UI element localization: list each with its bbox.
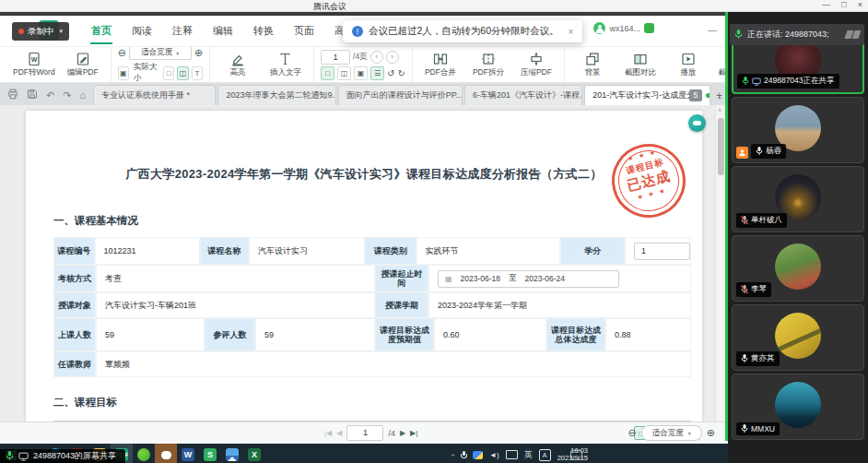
recording-indicator[interactable]: 录制中 ▾ (12, 22, 69, 41)
text-insert-icon (278, 51, 293, 66)
highlight-button[interactable]: 高亮 (214, 48, 262, 81)
close-button[interactable]: × (858, 0, 862, 9)
tray-speaker-icon[interactable]: ◄) (489, 451, 499, 459)
rotate-left-icon[interactable]: ↺ (387, 68, 394, 78)
text-mode-icon[interactable]: T (192, 66, 203, 80)
credits-input[interactable]: 1 (634, 243, 690, 260)
zoom-out-icon[interactable]: ⊖ (118, 47, 126, 59)
taskbar-wechat-button[interactable] (155, 444, 177, 463)
doc-tab-3[interactable]: 面向产出的课程设计与评价PP... (338, 85, 463, 105)
redo-icon[interactable]: ↷ (63, 90, 71, 101)
play-button[interactable]: 播放 (664, 48, 712, 81)
next-page-icon[interactable]: › (386, 51, 399, 64)
doc-tab-4[interactable]: 6-车辆201《汽车设计》-课程... (464, 85, 582, 105)
taskbar-excel-button[interactable]: X (243, 444, 265, 463)
taskbar-browser360-button[interactable] (133, 444, 155, 463)
meeting-titlebar: 腾讯会议 — □ × (0, 0, 868, 12)
double-page-view-icon[interactable]: ◫ (337, 66, 351, 80)
home-icon[interactable]: ⌂ (79, 90, 86, 101)
undo-icon[interactable]: ↶ (46, 90, 54, 101)
course-code-value: 1012231 (95, 237, 200, 265)
mic-icon (742, 77, 749, 86)
fit-width-icon[interactable]: ◫ (177, 66, 188, 80)
taskbar-word-button[interactable]: W (177, 444, 199, 463)
tray-cloud-icon[interactable] (473, 451, 483, 459)
doc-tab-2[interactable]: 2023年理事大会第二轮通知9... (217, 85, 335, 105)
zoom-mode-dropdown[interactable]: 适合宽度▾ (129, 45, 192, 60)
save-icon[interactable] (27, 89, 38, 101)
participant-tile[interactable]: 黄亦其 (732, 304, 864, 371)
quad-page-view-icon[interactable]: ▣ (354, 66, 368, 80)
zoom-out-icon[interactable]: ⊖ (628, 427, 637, 439)
course-code-label: 课程编号 (53, 237, 95, 265)
last-page-icon[interactable]: ▶| (410, 429, 417, 437)
background-button[interactable]: 背景 (569, 48, 616, 81)
statusbar-zoom-dropdown[interactable]: 适合宽度▾ (641, 425, 702, 441)
menu-tab-edit[interactable]: 编辑 (203, 16, 243, 46)
taskbar-gallery-button[interactable] (221, 444, 243, 463)
tray-expand-icon[interactable]: › (449, 454, 457, 457)
collapse-tabs-icon[interactable]: › (715, 97, 724, 100)
statusbar-page-input[interactable]: 1 (346, 425, 383, 441)
toast-close-icon[interactable]: × (569, 27, 574, 37)
tab-count-badge[interactable]: 5 (689, 89, 702, 101)
page-number-input[interactable]: 1 (321, 50, 350, 65)
prev-page-icon[interactable]: ◀ (336, 429, 342, 437)
tray-display-icon[interactable] (506, 450, 518, 459)
course-category-label: 课程类别 (365, 237, 416, 265)
participant-tile[interactable]: 杨蓉 (732, 97, 864, 163)
background-label: 背景 (584, 67, 600, 78)
vertical-scrollbar[interactable]: ˄ (715, 105, 725, 421)
tray-ime-icon[interactable]: A (539, 449, 551, 461)
print-icon[interactable] (7, 89, 18, 101)
pdf-to-word-button[interactable]: W PDF转Word (9, 48, 59, 81)
tray-mic-icon[interactable] (461, 451, 466, 459)
first-page-icon[interactable]: |◀ (324, 429, 332, 437)
maximize-button[interactable]: □ (841, 0, 846, 9)
course-category-value: 实践环节 (416, 237, 561, 265)
screenshot-compare-button[interactable]: 截图对比 (616, 48, 664, 81)
participant-tile[interactable]: 李琴 (732, 235, 864, 302)
zoom-in-icon[interactable]: ⊕ (194, 47, 203, 59)
action-center-icon[interactable] (570, 450, 582, 460)
participant-tile[interactable]: 单杆破八 (732, 166, 864, 232)
participant-name: MMXU (751, 424, 775, 433)
participant-tile[interactable]: MMXU (732, 374, 864, 440)
menu-tab-read[interactable]: 阅读 (122, 16, 162, 46)
tray-language-indicator[interactable]: 英 (524, 449, 533, 461)
menu-tab-page[interactable]: 页面 (284, 16, 324, 46)
actual-size-icon[interactable]: ▣ (118, 66, 129, 80)
period-start: 2023-06-18 (461, 274, 500, 283)
insert-text-button[interactable]: 插入文字 (262, 48, 310, 81)
scrollbar-thumb[interactable] (718, 118, 724, 175)
pdf-split-button[interactable]: PDF拆分 (464, 48, 512, 81)
doc-tab-1[interactable]: 专业认证系统使用手册 * (93, 85, 216, 105)
browser-360-icon (137, 448, 150, 461)
taskbar-s-app-button[interactable]: S (199, 444, 221, 463)
menu-tab-home[interactable]: 首页 (81, 16, 122, 46)
prev-page-icon[interactable]: ‹ (370, 51, 383, 64)
menu-tab-annotate[interactable]: 注释 (162, 16, 203, 46)
scroll-up-icon[interactable]: ˄ (718, 107, 721, 113)
assistant-floating-icon[interactable] (688, 114, 706, 132)
edit-pdf-button[interactable]: 编辑PDF (59, 48, 107, 81)
fit-page-icon[interactable]: □ (163, 66, 174, 80)
minimize-button[interactable]: — (822, 0, 830, 9)
app-minimize-icon[interactable]: — (708, 25, 717, 35)
class-size-value: 59 (96, 318, 205, 351)
zoom-in-icon[interactable]: ⊕ (707, 427, 715, 439)
meeting-logo-icon (846, 30, 860, 39)
table-row: 上课人数 59 参评人数 59 课程目标达成度预期值 0.60 课程目标达成总体… (53, 318, 691, 351)
continuous-view-icon[interactable]: ☰ (370, 66, 384, 80)
period-date-input[interactable]: ▦ 2023-06-18 至 2023-06-24 (438, 270, 619, 288)
compress-pdf-button[interactable]: 压缩PDF (512, 48, 560, 81)
account-area[interactable]: wx164... (593, 22, 654, 34)
menu-tab-convert[interactable]: 转换 (243, 16, 284, 46)
next-page-icon[interactable]: ▶ (400, 429, 405, 437)
pdf-merge-button[interactable]: PDF合并 (416, 48, 464, 81)
mountain-photo-icon (226, 448, 239, 461)
compress-pdf-label: 压缩PDF (521, 67, 552, 78)
rotate-right-icon[interactable]: ↻ (397, 68, 405, 78)
pencil-icon (76, 51, 90, 66)
single-page-view-icon[interactable]: □ (321, 66, 334, 80)
